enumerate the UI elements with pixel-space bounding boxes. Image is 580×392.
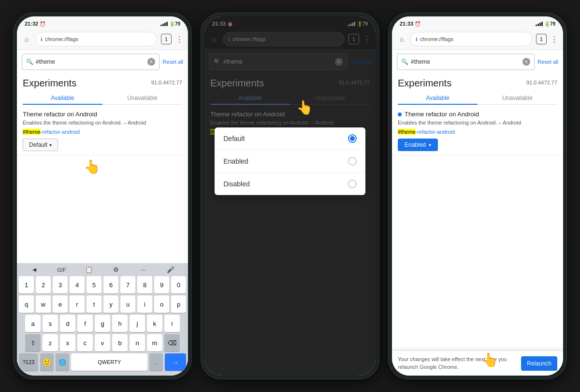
reset-button-3[interactable]: Reset all (537, 59, 558, 65)
lock-icon-1: ℹ (41, 37, 43, 42)
search-wrap-1[interactable]: 🔍 #theme ✕ (22, 54, 160, 70)
home-button-1[interactable]: ⌂ (22, 34, 31, 44)
key-4[interactable]: 4 (70, 276, 85, 294)
more-button-3[interactable]: ⋮ (551, 35, 558, 44)
key-globe[interactable]: 🌐 (56, 353, 69, 371)
tab-button-1[interactable]: 1 (161, 34, 172, 44)
key-9[interactable]: 9 (154, 276, 169, 294)
key-d[interactable]: d (60, 315, 75, 332)
key-g[interactable]: g (95, 315, 110, 332)
phone-1: 21:32 ⏰ 🔋79 ⌂ ℹ chro (13, 13, 192, 379)
search-clear-3[interactable]: ✕ (522, 58, 530, 66)
key-enter[interactable]: → (165, 353, 186, 371)
key-a[interactable]: a (25, 315, 41, 332)
alarm-icon-3: ⏰ (415, 21, 420, 27)
enabled-button-3[interactable]: Enabled ▾ (398, 139, 438, 151)
kb-mic-1[interactable]: 🎤 (164, 266, 177, 273)
tab-button-3[interactable]: 1 (536, 34, 547, 44)
key-7[interactable]: 7 (120, 276, 135, 294)
flag-link-3[interactable]: #theme-refactor-android (398, 129, 557, 135)
key-b[interactable]: b (112, 334, 128, 351)
key-period[interactable]: . (149, 353, 163, 371)
key-8[interactable]: 8 (137, 276, 152, 294)
home-button-3[interactable]: ⌂ (397, 34, 406, 44)
key-r[interactable]: r (70, 295, 85, 313)
flag-title-1: Theme refactor on Android (23, 111, 182, 118)
key-f[interactable]: f (77, 315, 93, 332)
key-w[interactable]: w (36, 295, 51, 313)
search-clear-1[interactable]: ✕ (147, 58, 155, 66)
flag-link-suffix-1: -refactor-android (41, 129, 80, 135)
key-y[interactable]: y (103, 295, 118, 313)
key-j[interactable]: j (130, 315, 145, 332)
flag-link-highlight-1: #theme (23, 129, 41, 135)
dropdown-overlay-2[interactable]: Default Enabled Disabled (204, 50, 376, 376)
key-backspace[interactable]: ⌫ (164, 334, 180, 351)
key-0[interactable]: 0 (171, 276, 186, 294)
tabs-row-1: Available Unavailable (23, 91, 182, 105)
relaunch-text-3: Your changes will take effect the next t… (398, 356, 517, 371)
keyboard-toolbar-1: ◄ GIF 📋 ⚙ ··· 🎤 (19, 266, 186, 273)
version-1: 91.0.4472.77 (151, 80, 182, 85)
tab-unavailable-3[interactable]: Unavailable (478, 91, 557, 104)
option-label-enabled: Enabled (223, 157, 248, 165)
key-6[interactable]: 6 (103, 276, 118, 294)
kb-gif-1[interactable]: GIF (55, 267, 68, 273)
tab-available-3[interactable]: Available (398, 91, 478, 104)
key-x[interactable]: x (60, 334, 75, 351)
key-2[interactable]: 2 (36, 276, 51, 294)
dropdown-option-enabled[interactable]: Enabled (215, 150, 365, 173)
flags-search-1: 🔍 #theme ✕ Reset all (22, 54, 183, 70)
key-5[interactable]: 5 (87, 276, 102, 294)
key-emoji[interactable]: 🙂 (40, 353, 54, 371)
key-n[interactable]: n (130, 334, 145, 351)
key-o[interactable]: o (154, 295, 169, 313)
key-1[interactable]: 1 (19, 276, 34, 294)
key-q[interactable]: q (19, 295, 34, 313)
phone-1-screen: 21:32 ⏰ 🔋79 ⌂ ℹ chro (17, 16, 188, 376)
key-v[interactable]: v (95, 334, 110, 351)
key-u[interactable]: u (120, 295, 135, 313)
key-123[interactable]: ?123 (19, 353, 38, 371)
kb-clipboard-1[interactable]: 📋 (82, 266, 96, 273)
relaunch-button-3[interactable]: Relaunch (521, 356, 557, 371)
key-m[interactable]: m (147, 334, 162, 351)
flag-title-3: Theme refactor on Android (398, 111, 557, 118)
key-i[interactable]: i (137, 295, 152, 313)
key-l[interactable]: l (164, 315, 180, 332)
qrow-1: q w e r t y u i o p (19, 295, 186, 313)
key-e[interactable]: e (53, 295, 68, 313)
key-shift[interactable]: ⇧ (25, 334, 41, 351)
flag-item-3: Theme refactor on Android Enables the th… (392, 105, 563, 155)
key-space[interactable]: QWERTY (71, 353, 147, 371)
key-k[interactable]: k (147, 315, 162, 332)
kb-back-1[interactable]: ◄ (28, 266, 41, 273)
dropdown-option-disabled[interactable]: Disabled (215, 173, 365, 195)
phone-3: 21:33 ⏰ 🔋79 ⌂ ℹ chro (388, 13, 567, 379)
chrome-bar-1: ⌂ ℹ chrome://flags 1 ⋮ (17, 29, 188, 50)
address-bar-3[interactable]: ℹ chrome://flags (410, 32, 532, 46)
time-1: 21:32 (25, 21, 38, 27)
default-button-1[interactable]: Default ▾ (23, 139, 58, 151)
tab-unavailable-1[interactable]: Unavailable (102, 91, 182, 104)
key-p[interactable]: p (171, 295, 186, 313)
dropdown-option-default[interactable]: Default (215, 127, 365, 150)
more-button-1[interactable]: ⋮ (175, 35, 183, 44)
key-3[interactable]: 3 (53, 276, 68, 294)
key-s[interactable]: s (43, 315, 58, 332)
kb-settings-1[interactable]: ⚙ (109, 266, 123, 273)
dropdown-arrow-3: ▾ (429, 142, 431, 148)
key-h[interactable]: h (112, 315, 128, 332)
key-t[interactable]: t (87, 295, 102, 313)
signal-icon-3 (536, 22, 543, 26)
content-area-2: 🔍 #theme ✕ Reset all Experiments 91.0.44… (204, 50, 376, 376)
search-wrap-3[interactable]: 🔍 #theme ✕ (397, 54, 535, 70)
key-c[interactable]: c (77, 334, 93, 351)
kb-more-1[interactable]: ··· (136, 266, 150, 273)
status-bar-1: 21:32 ⏰ 🔋79 (17, 16, 188, 29)
flag-link-1[interactable]: #theme-refactor-android (23, 129, 182, 135)
key-z[interactable]: z (43, 334, 58, 351)
reset-button-1[interactable]: Reset all (162, 59, 183, 65)
tab-available-1[interactable]: Available (23, 91, 102, 104)
address-bar-1[interactable]: ℹ chrome://flags (35, 32, 157, 46)
